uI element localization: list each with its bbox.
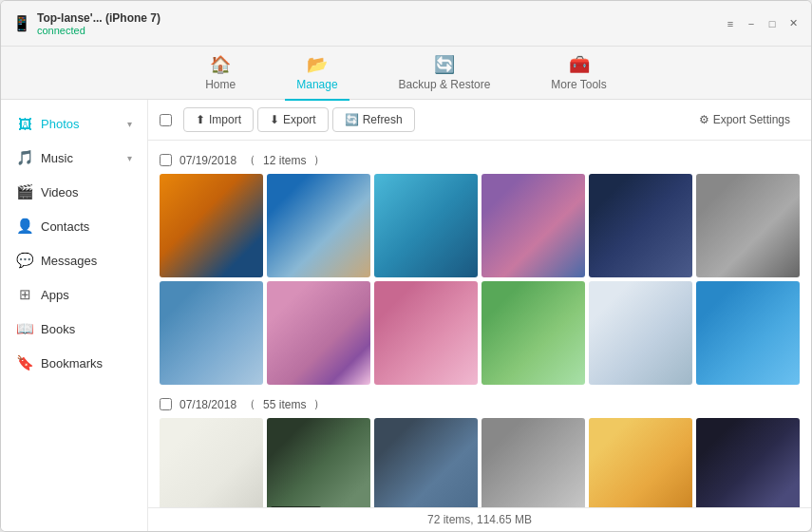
device-name: Top-lanse'... (iPhone 7) (37, 11, 161, 25)
sidebar-item-videos[interactable]: 🎬 Videos (1, 175, 147, 209)
tools-icon: 🧰 (569, 54, 590, 75)
sidebar-item-books[interactable]: 📖 Books (1, 312, 147, 346)
photo-thumb[interactable] (482, 281, 585, 385)
photo-thumb[interactable] (696, 174, 800, 277)
photo-thumb[interactable] (267, 281, 370, 385)
export-settings-button[interactable]: ⚙ Export Settings (689, 108, 800, 131)
apps-icon: ⊞ (16, 286, 33, 303)
home-icon: 🏠 (210, 54, 231, 75)
tab-tools[interactable]: 🧰 More Tools (539, 47, 617, 101)
photos-icon: 🖼 (16, 116, 33, 132)
photo-grid-2: ▶ 00:00:05 (160, 418, 800, 507)
photo-thumb[interactable] (374, 174, 478, 277)
close-icon[interactable]: ✕ (786, 17, 800, 30)
date-group-1: 07/19/2018 （ 12 items ） (160, 148, 800, 385)
menu-icon[interactable]: ≡ (724, 17, 737, 30)
photo-thumb[interactable] (696, 418, 800, 507)
tab-home[interactable]: 🏠 Home (194, 47, 247, 101)
photo-thumb[interactable] (589, 281, 692, 385)
photo-thumb[interactable] (589, 174, 692, 277)
photo-thumb[interactable] (160, 174, 263, 277)
photo-thumb[interactable] (374, 418, 478, 507)
messages-icon: 💬 (16, 252, 33, 269)
group2-checkbox[interactable] (160, 398, 172, 410)
import-icon: ⬆ (196, 113, 205, 126)
gear-icon: ⚙ (699, 113, 709, 126)
device-info: 📱 Top-lanse'... (iPhone 7) connected (12, 11, 161, 36)
select-all-checkbox[interactable] (160, 114, 172, 126)
chevron-down-icon: ▾ (127, 119, 132, 129)
title-bar: 📱 Top-lanse'... (iPhone 7) connected ≡ −… (1, 1, 811, 47)
tab-manage[interactable]: 📂 Manage (285, 47, 349, 101)
date-header-2: 07/18/2018 （ 55 items ） (160, 392, 800, 418)
date-group-2: 07/18/2018 （ 55 items ） ▶ 00:00:05 (160, 392, 800, 507)
sidebar-item-messages[interactable]: 💬 Messages (1, 243, 147, 277)
group1-checkbox[interactable] (160, 154, 172, 166)
manage-icon: 📂 (307, 54, 328, 75)
export-button[interactable]: ⬇ Export (257, 107, 329, 132)
photo-thumb[interactable] (160, 418, 263, 507)
status-bar: 72 items, 114.65 MB (148, 507, 811, 531)
date-header-1: 07/19/2018 （ 12 items ） (160, 148, 800, 174)
contacts-icon: 👤 (16, 218, 33, 235)
sidebar-item-contacts[interactable]: 👤 Contacts (1, 209, 147, 243)
music-icon: 🎵 (16, 149, 33, 166)
toolbar: ⬆ Import ⬇ Export 🔄 Refresh ⚙ Export Set… (148, 100, 811, 141)
device-icon: 📱 (12, 14, 31, 32)
sidebar-item-photos[interactable]: 🖼 Photos ▾ (1, 107, 147, 141)
refresh-icon: 🔄 (345, 113, 359, 126)
photo-thumb[interactable] (160, 281, 263, 385)
backup-icon: 🔄 (434, 54, 455, 75)
import-button[interactable]: ⬆ Import (183, 107, 254, 132)
nav-tabs: 🏠 Home 📂 Manage 🔄 Backup & Restore 🧰 Mor… (1, 47, 811, 100)
export-icon: ⬇ (270, 113, 279, 126)
photo-area[interactable]: 07/19/2018 （ 12 items ） (148, 141, 811, 507)
device-status: connected (37, 25, 161, 36)
sidebar-item-bookmarks[interactable]: 🔖 Bookmarks (1, 346, 147, 380)
main-content: 🖼 Photos ▾ 🎵 Music ▾ 🎬 Videos 👤 Contacts… (1, 100, 811, 531)
photo-thumb[interactable] (696, 281, 800, 385)
window-controls: ≡ − □ ✕ (724, 17, 800, 30)
photo-thumb[interactable] (267, 174, 370, 277)
photo-thumb[interactable] (589, 418, 692, 507)
bookmarks-icon: 🔖 (16, 354, 33, 371)
refresh-button[interactable]: 🔄 Refresh (332, 107, 415, 132)
photo-thumb[interactable] (482, 418, 585, 507)
tab-backup[interactable]: 🔄 Backup & Restore (387, 47, 502, 101)
video-badge: ▶ 00:00:05 (271, 506, 321, 507)
sidebar: 🖼 Photos ▾ 🎵 Music ▾ 🎬 Videos 👤 Contacts… (1, 100, 148, 531)
photo-grid-1 (160, 174, 800, 385)
right-panel: ⬆ Import ⬇ Export 🔄 Refresh ⚙ Export Set… (148, 100, 811, 531)
photo-thumb[interactable] (374, 281, 478, 385)
photo-thumb[interactable] (482, 174, 585, 277)
chevron-down-icon: ▾ (127, 153, 132, 163)
sidebar-item-music[interactable]: 🎵 Music ▾ (1, 141, 147, 175)
minimize-icon[interactable]: − (745, 17, 758, 30)
sidebar-item-apps[interactable]: ⊞ Apps (1, 277, 147, 312)
videos-icon: 🎬 (16, 183, 33, 200)
maximize-icon[interactable]: □ (765, 17, 779, 30)
photo-thumb[interactable]: ▶ 00:00:05 (267, 418, 370, 507)
books-icon: 📖 (16, 320, 33, 337)
app-window: 📱 Top-lanse'... (iPhone 7) connected ≡ −… (0, 0, 812, 532)
